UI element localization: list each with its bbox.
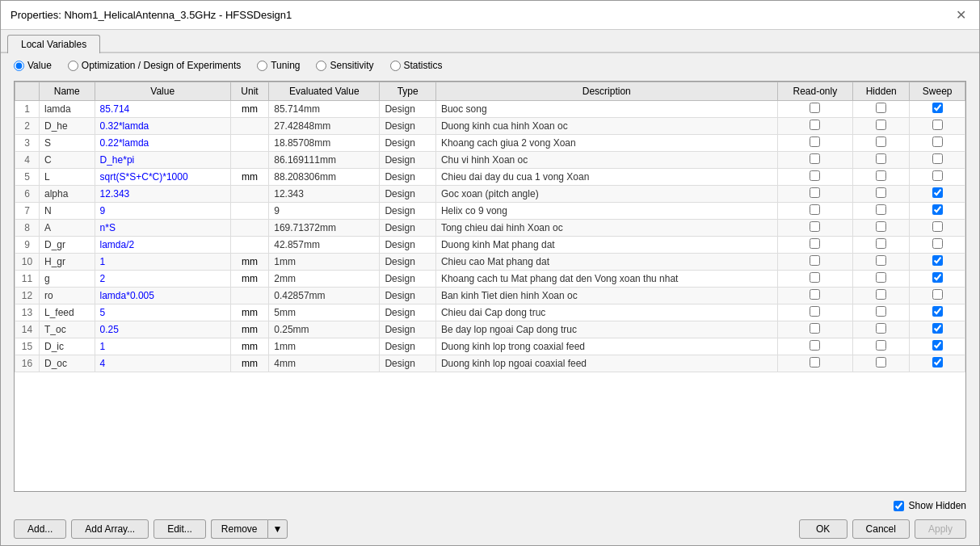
cell-hidden[interactable] — [853, 203, 910, 220]
remove-dropdown-button[interactable]: ▼ — [267, 519, 288, 539]
cell-name[interactable]: g — [40, 271, 95, 288]
cell-hidden[interactable] — [853, 338, 910, 355]
cell-readonly[interactable] — [777, 355, 852, 372]
cell-hidden[interactable] — [853, 220, 910, 237]
cell-readonly[interactable] — [777, 254, 852, 271]
cell-name[interactable]: C — [40, 152, 95, 169]
cell-value[interactable]: 5 — [95, 304, 230, 321]
cell-value[interactable]: 12.343 — [95, 186, 230, 203]
cell-readonly[interactable] — [777, 271, 852, 288]
cell-readonly[interactable] — [777, 321, 852, 338]
cell-name[interactable]: L_feed — [40, 304, 95, 321]
cell-sweep[interactable] — [910, 254, 965, 271]
add-array-button[interactable]: Add Array... — [71, 519, 149, 539]
cell-readonly[interactable] — [777, 152, 852, 169]
cell-sweep[interactable] — [910, 101, 965, 118]
cell-hidden[interactable] — [853, 254, 910, 271]
cell-hidden[interactable] — [853, 271, 910, 288]
cell-hidden[interactable] — [853, 101, 910, 118]
cell-readonly[interactable] — [777, 169, 852, 186]
cell-value[interactable]: 0.25 — [95, 321, 230, 338]
cell-name[interactable]: alpha — [40, 186, 95, 203]
cell-name[interactable]: ro — [40, 288, 95, 304]
cell-readonly[interactable] — [777, 118, 852, 135]
cell-name[interactable]: D_he — [40, 118, 95, 135]
cell-value[interactable]: 0.22*lamda — [95, 135, 230, 152]
cell-type: Design — [380, 355, 435, 372]
cell-hidden[interactable] — [853, 186, 910, 203]
cancel-button[interactable]: Cancel — [852, 519, 910, 539]
cell-name[interactable]: D_gr — [40, 237, 95, 254]
cell-sweep[interactable] — [910, 237, 965, 254]
add-button[interactable]: Add... — [14, 519, 66, 539]
cell-hidden[interactable] — [853, 169, 910, 186]
cell-hidden[interactable] — [853, 118, 910, 135]
cell-readonly[interactable] — [777, 135, 852, 152]
cell-value[interactable]: 2 — [95, 271, 230, 288]
cell-value[interactable]: lamda*0.005 — [95, 288, 230, 304]
apply-button[interactable]: Apply — [915, 519, 966, 539]
radio-value[interactable]: Value — [14, 60, 52, 71]
cell-sweep[interactable] — [910, 169, 965, 186]
cell-readonly[interactable] — [777, 203, 852, 220]
cell-sweep[interactable] — [910, 338, 965, 355]
cell-hidden[interactable] — [853, 321, 910, 338]
cell-value[interactable]: 1 — [95, 338, 230, 355]
cell-hidden[interactable] — [853, 288, 910, 304]
cell-sweep[interactable] — [910, 271, 965, 288]
cell-value[interactable]: sqrt(S*S+C*C)*1000 — [95, 169, 230, 186]
cell-name[interactable]: H_gr — [40, 254, 95, 271]
cell-value[interactable]: 1 — [95, 254, 230, 271]
cell-name[interactable]: N — [40, 203, 95, 220]
cell-value[interactable]: D_he*pi — [95, 152, 230, 169]
cell-readonly[interactable] — [777, 288, 852, 304]
radio-tuning[interactable]: Tuning — [257, 60, 300, 71]
variables-table-container[interactable]: Name Value Unit Evaluated Value Type Des… — [14, 81, 966, 492]
close-button[interactable]: ✕ — [953, 7, 969, 23]
cell-name[interactable]: L — [40, 169, 95, 186]
cell-sweep[interactable] — [910, 355, 965, 372]
cell-name[interactable]: S — [40, 135, 95, 152]
cell-readonly[interactable] — [777, 338, 852, 355]
cell-hidden[interactable] — [853, 135, 910, 152]
cell-sweep[interactable] — [910, 203, 965, 220]
show-hidden-label[interactable]: Show Hidden — [909, 500, 966, 511]
tab-local-variables[interactable]: Local Variables — [7, 35, 100, 53]
cell-hidden[interactable] — [853, 304, 910, 321]
ok-button[interactable]: OK — [799, 519, 848, 539]
cell-readonly[interactable] — [777, 186, 852, 203]
cell-hidden[interactable] — [853, 237, 910, 254]
cell-sweep[interactable] — [910, 220, 965, 237]
cell-value[interactable]: 9 — [95, 203, 230, 220]
radio-optimization[interactable]: Optimization / Design of Experiments — [68, 60, 241, 71]
cell-readonly[interactable] — [777, 304, 852, 321]
cell-hidden[interactable] — [853, 355, 910, 372]
cell-readonly[interactable] — [777, 101, 852, 118]
radio-statistics[interactable]: Statistics — [390, 60, 443, 71]
cell-value[interactable]: 0.32*lamda — [95, 118, 230, 135]
edit-button[interactable]: Edit... — [154, 519, 206, 539]
cell-readonly[interactable] — [777, 220, 852, 237]
table-row: 5Lsqrt(S*S+C*C)*1000mm88.208306mmDesignC… — [15, 169, 965, 186]
cell-sweep[interactable] — [910, 118, 965, 135]
cell-sweep[interactable] — [910, 321, 965, 338]
show-hidden-checkbox[interactable] — [894, 501, 904, 511]
cell-sweep[interactable] — [910, 304, 965, 321]
cell-value[interactable]: 4 — [95, 355, 230, 372]
cell-readonly[interactable] — [777, 237, 852, 254]
cell-value[interactable]: n*S — [95, 220, 230, 237]
cell-sweep[interactable] — [910, 288, 965, 304]
cell-hidden[interactable] — [853, 152, 910, 169]
cell-sweep[interactable] — [910, 135, 965, 152]
cell-sweep[interactable] — [910, 152, 965, 169]
cell-sweep[interactable] — [910, 186, 965, 203]
remove-button[interactable]: Remove — [211, 519, 267, 539]
cell-name[interactable]: D_oc — [40, 355, 95, 372]
cell-value[interactable]: lamda/2 — [95, 237, 230, 254]
cell-name[interactable]: lamda — [40, 101, 95, 118]
cell-value[interactable]: 85.714 — [95, 101, 230, 118]
cell-name[interactable]: T_oc — [40, 321, 95, 338]
cell-name[interactable]: A — [40, 220, 95, 237]
cell-name[interactable]: D_ic — [40, 338, 95, 355]
radio-sensitivity[interactable]: Sensitivity — [316, 60, 373, 71]
